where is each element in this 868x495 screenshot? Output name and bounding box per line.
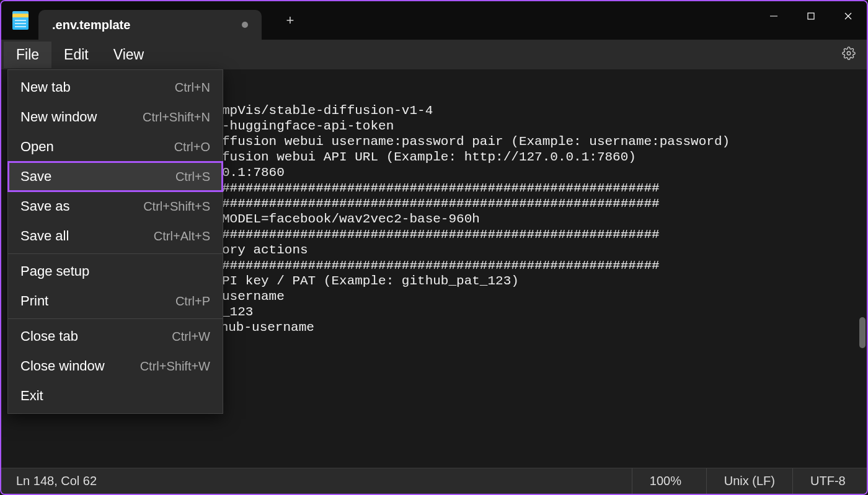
scrollbar-track[interactable]: [858, 69, 866, 467]
window-controls: [755, 1, 867, 31]
menu-item-open[interactable]: Open Ctrl+O: [8, 132, 223, 162]
document-tab[interactable]: .env.template: [38, 10, 262, 40]
menu-item-label: Exit: [20, 388, 210, 404]
menu-item-new-window[interactable]: New window Ctrl+Shift+N: [8, 102, 223, 132]
gear-icon: [842, 51, 856, 62]
menu-item-shortcut: Ctrl+W: [172, 330, 210, 344]
menu-item-label: Save all: [20, 228, 154, 244]
menu-item-label: New window: [20, 109, 143, 125]
menu-item-label: Close tab: [20, 328, 172, 344]
status-zoom[interactable]: 100%: [632, 468, 706, 494]
notepad-app-icon: [12, 11, 29, 30]
file-menu-dropdown: New tab Ctrl+N New window Ctrl+Shift+N O…: [7, 69, 223, 414]
menu-item-label: New tab: [20, 79, 175, 95]
plus-icon: +: [286, 12, 294, 28]
menu-separator: [8, 318, 223, 319]
menu-item-page-setup[interactable]: Page setup: [8, 256, 223, 286]
maximize-button[interactable]: [792, 1, 830, 31]
new-tab-button[interactable]: +: [278, 8, 303, 33]
menu-item-save-all[interactable]: Save all Ctrl+Alt+S: [8, 221, 223, 251]
menu-view[interactable]: View: [101, 42, 156, 68]
svg-point-4: [847, 51, 851, 55]
menu-separator: [8, 253, 223, 254]
menu-item-shortcut: Ctrl+O: [174, 140, 210, 154]
close-button[interactable]: [830, 1, 867, 31]
menu-item-print[interactable]: Print Ctrl+P: [8, 286, 223, 316]
menu-item-new-tab[interactable]: New tab Ctrl+N: [8, 72, 223, 102]
menu-item-save[interactable]: Save Ctrl+S: [8, 162, 223, 191]
menu-item-shortcut: Ctrl+Shift+S: [143, 199, 210, 214]
svg-rect-1: [808, 13, 814, 19]
menu-item-label: Close window: [20, 358, 140, 374]
menubar: File Edit View: [1, 40, 867, 69]
titlebar: .env.template +: [1, 1, 867, 40]
menu-item-label: Print: [20, 293, 175, 309]
menu-item-close-window[interactable]: Close window Ctrl+Shift+W: [8, 351, 223, 381]
tab-modified-dot-icon: [242, 22, 248, 28]
status-line-ending[interactable]: Unix (LF): [706, 468, 792, 494]
menu-item-exit[interactable]: Exit: [8, 381, 223, 411]
status-encoding[interactable]: UTF-8: [792, 468, 867, 494]
menu-item-label: Page setup: [20, 263, 210, 279]
menu-item-label: Open: [20, 139, 174, 155]
menu-item-shortcut: Ctrl+P: [175, 294, 210, 309]
minimize-button[interactable]: [755, 1, 792, 31]
menu-file[interactable]: File: [4, 42, 51, 68]
menu-item-save-as[interactable]: Save as Ctrl+Shift+S: [8, 191, 223, 221]
settings-button[interactable]: [842, 46, 856, 63]
menu-item-close-tab[interactable]: Close tab Ctrl+W: [8, 322, 223, 351]
menu-item-label: Save as: [20, 198, 143, 214]
tab-title: .env.template: [52, 18, 130, 32]
menu-item-label: Save: [20, 169, 175, 185]
statusbar: Ln 148, Col 62 100% Unix (LF) UTF-8: [1, 468, 867, 494]
status-cursor-position: Ln 148, Col 62: [1, 474, 632, 488]
menu-item-shortcut: Ctrl+S: [175, 170, 210, 184]
menu-item-shortcut: Ctrl+N: [175, 81, 210, 95]
menu-item-shortcut: Ctrl+Shift+N: [143, 110, 210, 125]
menu-item-shortcut: Ctrl+Shift+W: [140, 359, 210, 374]
scrollbar-thumb[interactable]: [859, 317, 866, 348]
menu-item-shortcut: Ctrl+Alt+S: [154, 229, 210, 243]
menu-edit[interactable]: Edit: [51, 42, 101, 68]
